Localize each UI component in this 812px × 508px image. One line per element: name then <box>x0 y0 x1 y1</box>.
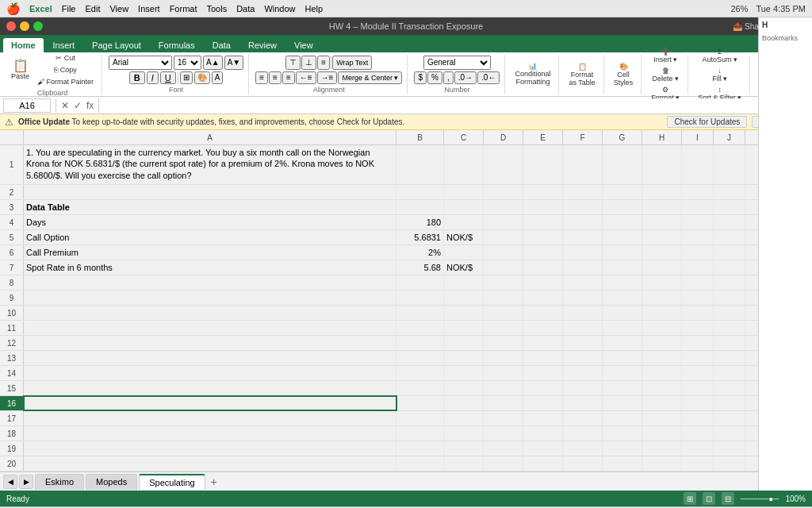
cell-8E[interactable] <box>523 275 563 290</box>
tab-page-layout[interactable]: Page Layout <box>84 38 149 52</box>
cell-7I[interactable] <box>682 260 714 275</box>
cell-16E[interactable] <box>523 396 563 410</box>
cell-17E[interactable] <box>523 411 563 425</box>
cell-1J[interactable] <box>714 145 745 184</box>
window-menu-item[interactable]: Window <box>264 4 295 13</box>
col-header-c[interactable]: C <box>444 130 484 144</box>
cell-12J[interactable] <box>714 336 745 350</box>
cell-6B[interactable]: 2% <box>396 245 444 260</box>
cell-4F[interactable] <box>563 215 603 229</box>
cell-20J[interactable] <box>714 456 745 471</box>
cell-9C[interactable] <box>444 291 484 305</box>
formula-confirm-btn[interactable]: ✓ <box>74 100 82 111</box>
sheet-tab-speculating[interactable]: Speculating <box>139 474 205 490</box>
cell-2A[interactable] <box>24 185 396 199</box>
cell-15E[interactable] <box>523 381 563 395</box>
cell-11D[interactable] <box>484 321 523 335</box>
cell-3H[interactable] <box>642 200 682 214</box>
formula-cancel-btn[interactable]: ✕ <box>61 100 69 111</box>
formula-function-btn[interactable]: fx <box>86 100 94 111</box>
col-header-f[interactable]: F <box>563 130 603 144</box>
col-header-a[interactable]: A <box>24 130 396 144</box>
cell-16C[interactable] <box>444 396 484 410</box>
cell-4A[interactable]: Days <box>24 215 396 229</box>
cell-7F[interactable] <box>563 260 603 275</box>
cell-18E[interactable] <box>523 426 563 441</box>
cell-14J[interactable] <box>714 366 745 380</box>
tools-menu-item[interactable]: Tools <box>206 4 227 13</box>
cell-9J[interactable] <box>714 291 745 305</box>
cell-20E[interactable] <box>523 456 563 471</box>
cell-4E[interactable] <box>523 215 563 229</box>
cell-6A[interactable]: Call Premium <box>24 245 396 260</box>
cell-15H[interactable] <box>642 381 682 395</box>
close-button[interactable] <box>6 21 16 31</box>
cell-13H[interactable] <box>642 351 682 365</box>
cell-14C[interactable] <box>444 366 484 380</box>
cell-12I[interactable] <box>682 336 714 350</box>
cell-11J[interactable] <box>714 321 745 335</box>
cell-7A[interactable]: Spot Rate in 6 months <box>24 260 396 275</box>
cell-17I[interactable] <box>682 411 714 425</box>
cell-14B[interactable] <box>396 366 444 380</box>
number-format-select[interactable]: General <box>423 56 491 70</box>
cell-13D[interactable] <box>484 351 523 365</box>
underline-btn[interactable]: U <box>160 71 176 84</box>
cell-12H[interactable] <box>642 336 682 350</box>
cell-14E[interactable] <box>523 366 563 380</box>
cell-6E[interactable] <box>523 245 563 260</box>
sheet-nav-right[interactable]: ▶ <box>19 475 33 489</box>
cell-5C[interactable]: NOK/$ <box>444 230 484 244</box>
format-as-table-btn[interactable]: 📋Formatas Table <box>565 61 598 88</box>
cell-6F[interactable] <box>563 245 603 260</box>
cell-4G[interactable] <box>603 215 642 229</box>
cell-11H[interactable] <box>642 321 682 335</box>
cell-5A[interactable]: Call Option <box>24 230 396 244</box>
cell-17C[interactable] <box>444 411 484 425</box>
conditional-formatting-btn[interactable]: 📊ConditionalFormatting <box>511 60 553 87</box>
cell-17J[interactable] <box>714 411 745 425</box>
cell-11F[interactable] <box>563 321 603 335</box>
excel-menu-item[interactable]: Excel <box>29 4 52 13</box>
cell-14F[interactable] <box>563 366 603 380</box>
sheet-tab-eskimo[interactable]: Eskimo <box>35 474 84 490</box>
cell-12G[interactable] <box>603 336 642 350</box>
cell-19B[interactable] <box>396 441 444 456</box>
cell-18D[interactable] <box>484 426 523 441</box>
page-layout-view-btn[interactable]: ⊡ <box>703 492 715 505</box>
cell-2D[interactable] <box>484 185 523 199</box>
cell-20F[interactable] <box>563 456 603 471</box>
cell-16I[interactable] <box>682 396 714 410</box>
cell-15A[interactable] <box>24 381 396 395</box>
cell-5H[interactable] <box>642 230 682 244</box>
cell-10B[interactable] <box>396 306 444 320</box>
format-menu-item[interactable]: Format <box>170 4 197 13</box>
cell-1F[interactable] <box>563 145 603 184</box>
cell-10F[interactable] <box>563 306 603 320</box>
align-center-btn[interactable]: ≡ <box>269 71 282 84</box>
cell-6J[interactable] <box>714 245 745 260</box>
sheet-tab-mopeds[interactable]: Mopeds <box>86 474 137 490</box>
cell-16A[interactable] <box>24 396 396 410</box>
font-family-select[interactable]: Arial <box>109 56 172 70</box>
cell-19A[interactable] <box>24 441 396 456</box>
cell-15C[interactable] <box>444 381 484 395</box>
cell-8D[interactable] <box>484 275 523 290</box>
cell-1B[interactable] <box>396 145 444 184</box>
font-color-btn[interactable]: A <box>212 71 224 84</box>
cell-5G[interactable] <box>603 230 642 244</box>
cell-4C[interactable] <box>444 215 484 229</box>
help-menu-item[interactable]: Help <box>305 4 324 13</box>
cell-5I[interactable] <box>682 230 714 244</box>
zoom-slider[interactable]: ─────●─ <box>741 495 779 503</box>
cell-20I[interactable] <box>682 456 714 471</box>
cell-19F[interactable] <box>563 441 603 456</box>
cell-13A[interactable] <box>24 351 396 365</box>
cell-3I[interactable] <box>682 200 714 214</box>
file-menu-item[interactable]: File <box>62 4 76 13</box>
col-header-g[interactable]: G <box>603 130 642 144</box>
cell-18F[interactable] <box>563 426 603 441</box>
cell-7B[interactable]: 5.68 <box>396 260 444 275</box>
cell-6G[interactable] <box>603 245 642 260</box>
cell-14A[interactable] <box>24 366 396 380</box>
